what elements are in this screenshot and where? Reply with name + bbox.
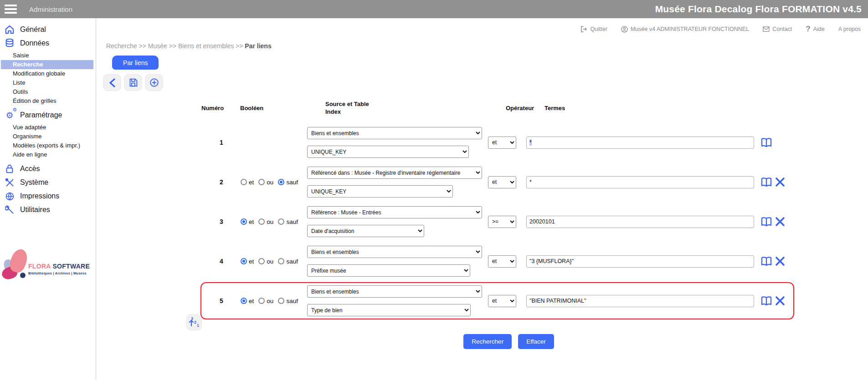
index-select[interactable]: Préfixe musée <box>307 264 470 277</box>
query-row: 4etousaufBiens et ensemblesPréfixe musée… <box>200 243 794 280</box>
back-button[interactable] <box>103 74 121 91</box>
sidebar-section-general[interactable]: Général <box>0 23 96 36</box>
index-lookup-button[interactable] <box>760 217 772 227</box>
boolean-radio-ou[interactable]: ou <box>258 179 273 186</box>
query-row: 5etousaufBiens et ensemblesType de biene… <box>200 282 794 319</box>
delete-row-button[interactable] <box>775 177 785 187</box>
index-lookup-button[interactable] <box>760 137 772 148</box>
source-table-select[interactable]: Référencé dans : Musée - Registre d'inve… <box>307 167 482 179</box>
radio-unselected-icon[interactable] <box>241 179 247 185</box>
index-select[interactable]: UNIQUE_KEY <box>307 185 453 198</box>
top-bar: Administration Musée Flora Decalog Flora… <box>0 0 868 18</box>
radio-selected-icon[interactable] <box>278 179 284 185</box>
operator-select[interactable]: et <box>488 137 516 149</box>
radio-selected-icon[interactable] <box>241 258 247 264</box>
delete-row-button[interactable] <box>775 296 785 306</box>
sidebar-section-parametrage[interactable]: ⚙ ⚙ Paramétrage <box>0 108 96 122</box>
sidebar-section-label: Paramétrage <box>20 111 62 119</box>
sidebar-item-liste[interactable]: Liste <box>0 78 96 87</box>
sidebar-item-modification-globale[interactable]: Modification globale <box>0 69 96 78</box>
boolean-radio-ou[interactable]: ou <box>258 218 273 225</box>
operator-select[interactable]: et <box>488 176 516 188</box>
save-button[interactable] <box>124 74 142 91</box>
mail-icon <box>763 26 770 32</box>
rechercher-button[interactable]: Rechercher <box>463 334 512 349</box>
a-propos-button[interactable]: A propos <box>838 26 861 32</box>
terms-input[interactable]: "BIEN PATRIMONIAL" <box>526 295 754 307</box>
terms-input[interactable]: 20020101 <box>526 216 754 228</box>
boolean-radio-sauf[interactable]: sauf <box>278 298 298 304</box>
source-table-select[interactable]: Référence : Musée - Entrées <box>307 206 482 218</box>
header-booleen: Booléen <box>240 105 263 111</box>
sidebar-item-organisme[interactable]: Organisme <box>0 132 96 141</box>
sidebar-item-vue-adaptee[interactable]: Vue adaptée <box>0 123 96 132</box>
operator-select[interactable]: >= <box>488 216 516 228</box>
radio-unselected-icon[interactable] <box>258 218 265 225</box>
terms-column: 20020101 <box>526 216 754 228</box>
sidebar-item-modeles-exports[interactable]: Modèles (exports & impr.) <box>0 141 96 150</box>
index-lookup-button[interactable] <box>760 256 772 267</box>
radio-selected-icon[interactable] <box>241 218 247 225</box>
boolean-radio-ou[interactable]: ou <box>258 258 273 265</box>
index-select[interactable]: Type de bien <box>307 304 471 316</box>
terms-input[interactable]: "3 {MUSFLORA}" <box>526 255 754 268</box>
index-lookup-button[interactable] <box>760 296 772 306</box>
index-select[interactable]: UNIQUE_KEY <box>307 146 469 158</box>
index-lookup-icon <box>760 137 772 148</box>
add-criterion-button[interactable] <box>145 74 163 91</box>
query-row: 1Biens et ensemblesUNIQUE_KEYet* <box>200 124 794 161</box>
delete-row-icon <box>775 296 785 306</box>
quitter-button[interactable]: Quitter <box>580 26 607 32</box>
sidebar-item-aide-en-ligne[interactable]: Aide en ligne <box>0 150 96 159</box>
index-select[interactable]: Date d'acquisition <box>307 225 424 237</box>
radio-selected-icon[interactable] <box>241 298 247 304</box>
boolean-radio-sauf[interactable]: sauf <box>278 179 298 186</box>
sort-criteria-button[interactable]: 321 <box>186 314 202 330</box>
radio-label: ou <box>267 298 273 304</box>
source-table-select[interactable]: Biens et ensembles <box>307 127 482 139</box>
hamburger-menu-icon[interactable] <box>0 0 21 18</box>
boolean-radio-sauf[interactable]: sauf <box>278 258 298 265</box>
sidebar-section-impressions[interactable]: Impressions <box>0 189 96 203</box>
source-table-select[interactable]: Biens et ensembles <box>307 246 482 258</box>
contact-button[interactable]: Contact <box>763 26 792 32</box>
delete-row-button[interactable] <box>775 256 785 266</box>
operator-column: et <box>488 255 516 268</box>
sidebar-section-systeme[interactable]: Système <box>0 176 96 189</box>
sidebar-item-outils[interactable]: Outils <box>0 87 96 96</box>
operator-column: et <box>488 137 516 149</box>
radio-unselected-icon[interactable] <box>258 179 265 185</box>
boolean-radio-ou[interactable]: ou <box>258 298 273 304</box>
terms-input[interactable]: * <box>526 176 754 188</box>
radio-unselected-icon[interactable] <box>258 258 265 264</box>
radio-unselected-icon[interactable] <box>278 298 284 304</box>
sidebar-section-utilitaires[interactable]: Utilitaires <box>0 203 96 217</box>
sidebar-section-acces[interactable]: Accès <box>0 162 96 176</box>
aide-button[interactable]: ? Aide <box>806 25 824 34</box>
radio-unselected-icon[interactable] <box>258 298 265 304</box>
radio-unselected-icon[interactable] <box>278 218 284 225</box>
sidebar-item-edition-de-grilles[interactable]: Édition de grilles <box>0 96 96 106</box>
operator-select[interactable]: et <box>488 255 516 268</box>
user-menu[interactable]: Musée v4 ADMINISTRATEUR FONCTIONNEL <box>621 26 749 33</box>
sidebar-section-donnees[interactable]: Données <box>0 36 96 50</box>
sidebar-item-saisie[interactable]: Saisie <box>0 51 96 60</box>
effacer-button[interactable]: Effacer <box>518 334 554 349</box>
radio-unselected-icon[interactable] <box>278 258 284 264</box>
sidebar-item-recherche[interactable]: Recherche <box>1 60 93 69</box>
boolean-radio-sauf[interactable]: sauf <box>278 218 298 225</box>
terms-input[interactable]: * <box>526 137 754 149</box>
boolean-radio-et[interactable]: et <box>241 258 254 265</box>
boolean-radio-et[interactable]: et <box>241 179 254 186</box>
operator-select[interactable]: et <box>488 295 516 307</box>
boolean-radio-et[interactable]: et <box>241 298 254 304</box>
query-row: 3etousaufRéférence : Musée - EntréesDate… <box>200 203 794 240</box>
index-lookup-button[interactable] <box>760 177 772 187</box>
source-table-select[interactable]: Biens et ensembles <box>307 285 482 298</box>
tab-par-liens[interactable]: Par liens <box>112 56 159 70</box>
boolean-radio-et[interactable]: et <box>241 218 254 225</box>
parametrage-sub-list: Vue adaptée Organisme Modèles (exports &… <box>0 122 96 162</box>
donnees-sub-list: Saisie Recherche Modification globale Li… <box>0 50 96 108</box>
delete-row-button[interactable] <box>775 217 785 227</box>
index-lookup-icon <box>760 177 772 187</box>
